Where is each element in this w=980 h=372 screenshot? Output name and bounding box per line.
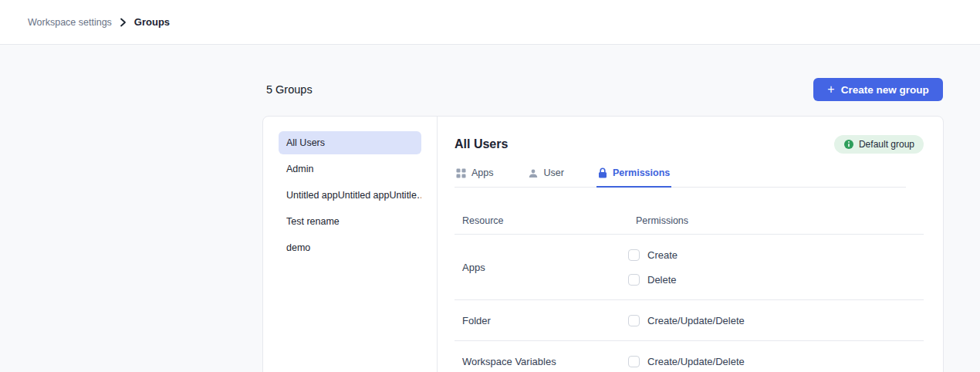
group-item-untitled-app[interactable]: Untitled appUntitled appUntitle… — [279, 184, 421, 207]
breadcrumb-current: Groups — [134, 16, 170, 28]
table-row-folder: Folder Create/Update/Delete — [455, 300, 924, 341]
checkbox-apps-create[interactable] — [628, 249, 640, 261]
checkbox-workspace-variables-cud[interactable] — [628, 356, 640, 367]
apps-grid-icon — [456, 168, 466, 178]
permission-options: Create/Update/Delete — [628, 349, 924, 372]
permission-option-folder-cud[interactable]: Create/Update/Delete — [628, 308, 924, 333]
group-item-admin[interactable]: Admin — [279, 157, 421, 181]
groups-count: 5 Groups — [266, 83, 313, 96]
top-bar: Workspace settings Groups — [0, 0, 980, 45]
permission-option-apps-delete[interactable]: Delete — [628, 267, 924, 292]
group-title: All Users — [455, 137, 508, 151]
permission-label: Create — [647, 249, 678, 261]
resource-name: Folder — [455, 315, 628, 326]
permission-option-workspace-variables-cud[interactable]: Create/Update/Delete — [628, 349, 924, 372]
table-row-workspace-variables: Workspace Variables Create/Update/Delete — [455, 341, 924, 372]
info-icon — [843, 139, 854, 150]
tab-apps[interactable]: Apps — [455, 161, 495, 188]
permission-option-apps-create[interactable]: Create — [628, 242, 924, 267]
permission-options: Create Delete — [628, 242, 924, 292]
tab-user-label: User — [544, 167, 564, 178]
permissions-table-header: Resource Permissions — [455, 198, 924, 235]
tab-user[interactable]: User — [526, 161, 566, 188]
resource-column-header: Resource — [455, 215, 628, 226]
checkbox-apps-delete[interactable] — [628, 274, 640, 286]
lock-icon — [598, 167, 607, 178]
create-new-group-label: Create new group — [841, 84, 929, 96]
group-item-test-rename[interactable]: Test rename — [279, 210, 421, 233]
create-new-group-button[interactable]: + Create new group — [813, 78, 943, 101]
permission-label: Create/Update/Delete — [647, 315, 745, 326]
tab-bar: Apps User Permissions — [455, 161, 906, 188]
default-group-badge-label: Default group — [859, 139, 914, 150]
breadcrumb-parent[interactable]: Workspace settings — [28, 17, 112, 28]
permissions-table: Resource Permissions Apps Create Delete — [455, 198, 924, 372]
group-list: All Users Admin Untitled appUntitled app… — [263, 117, 438, 372]
user-icon — [528, 168, 539, 178]
resource-name: Apps — [455, 262, 628, 273]
tab-permissions[interactable]: Permissions — [596, 161, 671, 188]
table-row-apps: Apps Create Delete — [455, 235, 924, 300]
tab-apps-label: Apps — [471, 167, 494, 178]
permission-label: Create/Update/Delete — [647, 356, 745, 367]
groups-panel: All Users Admin Untitled appUntitled app… — [262, 116, 944, 372]
group-detail-header: All Users Default group — [455, 134, 924, 155]
permission-label: Delete — [647, 274, 677, 286]
group-item-demo[interactable]: demo — [279, 236, 421, 259]
resource-name: Workspace Variables — [455, 356, 628, 367]
chevron-right-icon — [120, 18, 127, 27]
permissions-column-header: Permissions — [628, 215, 924, 226]
permission-options: Create/Update/Delete — [628, 308, 924, 333]
plus-icon: + — [827, 83, 834, 96]
group-item-all-users[interactable]: All Users — [279, 131, 421, 154]
group-detail: All Users Default group — [438, 117, 943, 372]
tab-permissions-label: Permissions — [613, 167, 670, 178]
default-group-badge: Default group — [834, 135, 924, 154]
checkbox-folder-cud[interactable] — [628, 315, 640, 326]
